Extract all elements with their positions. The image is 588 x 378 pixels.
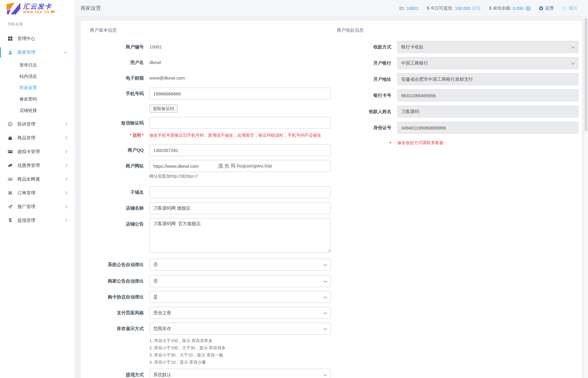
complaint-icon bbox=[7, 122, 13, 126]
collect-method-select[interactable]: 银行卡收款 bbox=[397, 41, 578, 53]
logout-button[interactable]: 退出 bbox=[562, 5, 577, 11]
payment-info-section: 商户收款信息 收款方式 银行卡收款 开户银行 中国工商银行 bbox=[337, 28, 584, 146]
sidebar-item-complaints[interactable]: 投诉管理 bbox=[0, 117, 75, 131]
chevron-down-icon bbox=[324, 311, 327, 314]
sidebar-subitem-shop-link[interactable]: 店铺链接 bbox=[0, 105, 75, 116]
sms-code-label: 短信验证码 bbox=[90, 120, 144, 126]
payment-info-title: 商户收款信息 bbox=[337, 28, 584, 33]
shop-name-input[interactable] bbox=[149, 202, 331, 214]
phone-label: 手机号码 bbox=[90, 91, 144, 97]
phone-note: * 说明 * 修改手机号需验证旧手机号码，新增或不修改，此项留空，验证码错误时，… bbox=[90, 133, 331, 138]
sidebar-item-dashboard[interactable]: 管理中心 bbox=[0, 32, 75, 45]
settings-button[interactable]: 设置 bbox=[539, 5, 554, 11]
withdraw-link[interactable]: 提现 bbox=[472, 5, 481, 11]
sms-code-input[interactable] bbox=[149, 117, 331, 129]
sidebar-item-coupons[interactable]: 优惠券管理 bbox=[0, 158, 75, 172]
id-number-label: 身份证号 bbox=[337, 125, 391, 131]
stock-display-select[interactable]: 范围库存 bbox=[149, 323, 331, 335]
bank-label: 开户银行 bbox=[337, 60, 391, 66]
sidebar-subitem-change-password[interactable]: 修改密码 bbox=[0, 93, 75, 105]
bank-select[interactable]: 中国工商银行 bbox=[397, 57, 578, 69]
sidebar-item-orders[interactable]: 订单管理 bbox=[0, 186, 75, 200]
chevron-down-icon bbox=[324, 263, 327, 266]
sidebar-item-label: 推广管理 bbox=[17, 204, 35, 210]
withdrawable-value: 100.000 bbox=[455, 6, 470, 11]
help-icon[interactable]: ? bbox=[526, 6, 531, 11]
website-label: 商户网站 bbox=[90, 163, 144, 169]
withdraw-method-select[interactable]: 系统默认 bbox=[149, 369, 331, 378]
sidebar-item-label: 投诉管理 bbox=[17, 121, 35, 127]
withdrawable-today: $ 今日可提现: 100.000 提现 bbox=[427, 5, 481, 11]
goods-icon bbox=[7, 135, 13, 140]
get-code-button[interactable]: 获取验证码 bbox=[149, 104, 178, 113]
merchant-notice-popup-label: 商家公告自动弹出 bbox=[90, 278, 144, 284]
shop-notice-label: 店铺公告 bbox=[90, 218, 144, 230]
username-label: 用户名 bbox=[90, 60, 144, 65]
email-value: www@dkewl.com bbox=[149, 72, 331, 84]
scrollbar[interactable] bbox=[584, 17, 588, 378]
sidebar-subitem-merchant-settings[interactable]: 商家设置 bbox=[0, 82, 75, 93]
payee-name-input[interactable] bbox=[397, 106, 578, 118]
sidebar-item-promotion[interactable]: 推广管理 bbox=[0, 200, 75, 214]
chevron-down-icon bbox=[571, 45, 575, 48]
chevron-down-icon bbox=[324, 327, 327, 330]
id-number-input[interactable] bbox=[397, 122, 578, 134]
settings-card: 商户基本信息 商户编号 10001 用户名 dkewl 电子邮箱 www@dke… bbox=[81, 21, 582, 378]
note-label: * 说明 * bbox=[90, 133, 144, 138]
subdomain-label: 子域名 bbox=[90, 190, 144, 195]
power-icon bbox=[562, 6, 567, 10]
phone-input[interactable] bbox=[149, 88, 331, 100]
main-content: 商户基本信息 商户编号 10001 用户名 dkewl 电子邮箱 www@dke… bbox=[75, 17, 588, 378]
subdomain-input[interactable] bbox=[149, 186, 331, 198]
sidebar-item-virtual-cards[interactable]: 虚拟卡管理 bbox=[0, 145, 75, 158]
shop-notice-textarea[interactable]: 刀客源码网 官方旗舰店 bbox=[149, 218, 331, 252]
brand-domain: WWW.3KA.CN bbox=[23, 10, 54, 14]
sidebar: 汇云发卡 WWW.3KA.CN 导航菜单 管理中心 商家管理 登录日志 站内消息… bbox=[0, 0, 75, 378]
basic-info-section: 商户基本信息 商户编号 10001 用户名 dkewl 电子邮箱 www@dke… bbox=[90, 28, 331, 378]
sidebar-item-merchant-management[interactable]: 商家管理 bbox=[0, 45, 75, 59]
card-agreement-popup-select[interactable]: 是 bbox=[149, 291, 331, 303]
chevron-right-icon bbox=[64, 122, 67, 126]
merchant-notice-popup-select[interactable]: 否 bbox=[149, 275, 331, 287]
pay-page-style-label: 支付页面风格 bbox=[90, 310, 144, 316]
merchant-id-value: 10001 bbox=[406, 6, 418, 11]
sidebar-item-withdrawal[interactable]: $ 提现管理 bbox=[0, 214, 75, 227]
chevron-right-icon bbox=[64, 191, 67, 194]
chevron-right-icon bbox=[64, 136, 67, 139]
bank-card-no-input[interactable] bbox=[397, 89, 578, 101]
stock-display-label: 库存展示方式 bbox=[90, 326, 144, 332]
website-hint: 网址前面加http://或https:// bbox=[149, 174, 331, 179]
qq-input[interactable] bbox=[149, 144, 331, 156]
pay-page-style-select[interactable]: 堡垒之夜 bbox=[149, 307, 331, 319]
scrollbar-thumb[interactable] bbox=[585, 18, 587, 131]
sidebar-item-label: 商品管理 bbox=[17, 135, 35, 141]
sidebar-item-label: 优惠券管理 bbox=[17, 163, 40, 168]
sys-notice-popup-select[interactable]: 否 bbox=[149, 259, 331, 271]
stock-display-hints: 1. 库存大于100，显示 库存非常多 2. 库存小于100、大于30，显示 库… bbox=[149, 337, 331, 366]
bank-address-input[interactable] bbox=[397, 73, 578, 85]
collect-method-label: 收款方式 bbox=[337, 44, 391, 50]
basic-info-title: 商户基本信息 bbox=[90, 28, 331, 33]
promotion-icon bbox=[7, 204, 13, 209]
qq-label: 商户QQ bbox=[90, 147, 144, 153]
top-header: 商家设置 ID: 10001 $ 今日可提现: 100.000 提现 $ 未结余… bbox=[75, 0, 588, 17]
sys-notice-popup-label: 系统公告自动弹出 bbox=[90, 262, 144, 268]
coupon-icon bbox=[7, 163, 13, 168]
sidebar-item-product-network[interactable]: 商品全网通 bbox=[0, 172, 75, 186]
brand-logo[interactable]: 汇云发卡 WWW.3KA.CN bbox=[0, 0, 75, 17]
dashboard-icon bbox=[7, 36, 13, 41]
gear-icon bbox=[539, 6, 543, 10]
withdraw-icon: $ bbox=[7, 218, 13, 223]
brand-logo-icon bbox=[7, 2, 20, 14]
orders-icon bbox=[7, 190, 13, 195]
sidebar-item-label: 订单管理 bbox=[17, 190, 35, 196]
website-input[interactable] bbox=[149, 160, 331, 172]
chevron-right-icon bbox=[64, 205, 67, 208]
bank-card-no-label: 银行卡号 bbox=[337, 93, 391, 98]
sidebar-item-products[interactable]: 商品管理 bbox=[0, 131, 75, 145]
bank-address-label: 开户地址 bbox=[337, 77, 391, 82]
sidebar-subitem-login-log[interactable]: 登录日志 bbox=[0, 59, 75, 71]
sidebar-item-label: 虚拟卡管理 bbox=[17, 149, 40, 155]
unsettled-value: 0.090 bbox=[513, 6, 524, 11]
sidebar-subitem-site-message[interactable]: 站内消息 bbox=[0, 71, 75, 82]
